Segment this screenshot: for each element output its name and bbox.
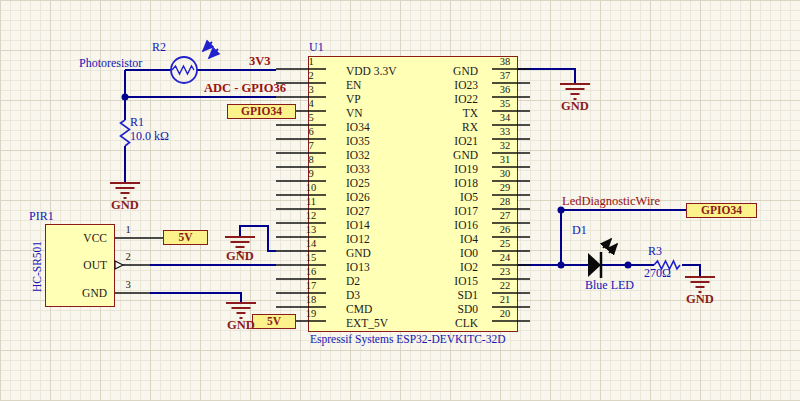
r1-designator[interactable]: R1 — [130, 116, 144, 129]
chip-pin-name: GND — [350, 149, 478, 161]
chip-pin-name: IO21 — [350, 135, 478, 147]
chip-pin-number: 15 — [296, 252, 326, 263]
chip-pin-number: 4 — [296, 98, 326, 109]
net-label-adc-gpio36[interactable]: ADC - GPIO36 — [204, 82, 286, 95]
pir-model-label: HC-SR501 — [31, 234, 44, 300]
chip-pin-number: 3 — [296, 84, 326, 95]
net-label-3v3[interactable]: 3V3 — [249, 55, 271, 68]
chip-pin-name: IO2 — [350, 261, 478, 273]
r1-value: 10.0 kΩ — [130, 130, 169, 143]
wire-pir-gnd[interactable] — [150, 293, 241, 303]
chip-pin-number: 14 — [296, 238, 326, 249]
pir-pin-name: OUT — [60, 259, 107, 271]
wire-pin14-gnd[interactable] — [240, 226, 276, 251]
chip-pin-number: 29 — [490, 182, 520, 193]
pir-pin-name: VCC — [60, 232, 107, 244]
pir-output-pin-arrow — [115, 261, 123, 269]
emission-arrow-icon — [603, 239, 611, 248]
d1-designator[interactable]: D1 — [572, 224, 587, 237]
chip-pin-number: 38 — [490, 56, 520, 67]
chip-pin-number: 37 — [490, 70, 520, 81]
chip-pin-number: 8 — [296, 154, 326, 165]
resistor-r1-symbol[interactable] — [121, 120, 130, 146]
wire-pin38-gnd[interactable] — [518, 69, 575, 84]
pir-pin-name: GND — [60, 287, 107, 299]
port-gpio34-right[interactable]: GPIO34 — [686, 203, 757, 218]
chip-pin-number: 6 — [296, 126, 326, 137]
light-arrow-icon — [203, 42, 212, 51]
net-label-leddiagnosticwire[interactable]: LedDiagnosticWire — [562, 195, 660, 208]
chip-pin-number: 35 — [490, 98, 520, 109]
chip-pin-name: IO15 — [350, 275, 478, 287]
chip-pin-number: 17 — [296, 280, 326, 291]
chip-pin-name: IO22 — [350, 93, 478, 105]
chip-pin-number: 30 — [490, 168, 520, 179]
chip-pin-name: GND — [350, 65, 478, 77]
chip-pin-number: 26 — [490, 224, 520, 235]
led-triangle — [588, 253, 601, 277]
chip-pin-number: 28 — [490, 196, 520, 207]
chip-pin-number: 1 — [296, 56, 326, 67]
chip-pin-number: 13 — [296, 224, 326, 235]
chip-pin-name: IO5 — [350, 191, 478, 203]
chip-pin-name: SD0 — [350, 303, 478, 315]
chip-pin-number: 32 — [490, 140, 520, 151]
port-5v-pir[interactable]: 5V — [163, 230, 208, 245]
photoresistor-circle — [171, 57, 197, 83]
junction-dot — [558, 262, 565, 269]
chip-pin-number: 34 — [490, 112, 520, 123]
photoresistor-r2-symbol[interactable] — [171, 42, 218, 83]
led-d1-symbol[interactable] — [588, 239, 617, 278]
pir-pin-number: 2 — [113, 251, 143, 262]
port-5v-ext[interactable]: 5V — [252, 314, 296, 329]
r2-designator[interactable]: R2 — [152, 41, 166, 54]
chip-pin-number: 9 — [296, 168, 326, 179]
gnd-label: GND — [223, 250, 257, 263]
gnd-label: GND — [558, 100, 592, 113]
chip-pin-number: 33 — [490, 126, 520, 137]
chip-pin-name: IO19 — [350, 163, 478, 175]
junction-dot — [625, 262, 632, 269]
chip-pin-name: IO18 — [350, 177, 478, 189]
chip-pin-number: 19 — [296, 308, 326, 319]
wire-leddiagnostic[interactable] — [561, 210, 686, 265]
emission-arrow-icon — [609, 244, 617, 253]
chip-pin-name: TX — [350, 107, 478, 119]
chip-pin-name: RX — [350, 121, 478, 133]
chip-pin-number: 27 — [490, 210, 520, 221]
port-gpio34-top[interactable]: GPIO34 — [227, 104, 296, 119]
gnd-label: GND — [683, 293, 717, 306]
light-arrow-icon — [209, 49, 218, 58]
gnd-label: GND — [108, 199, 142, 212]
chip-pin-number: 22 — [490, 280, 520, 291]
pir-pin-number: 3 — [113, 279, 143, 290]
chip-pin-number: 10 — [296, 182, 326, 193]
chip-pin-number: 20 — [490, 308, 520, 319]
chip-pin-name: IO4 — [350, 233, 478, 245]
chip-pin-number: 11 — [296, 196, 326, 207]
pir-pin-number: 1 — [113, 224, 143, 235]
schematic-canvas: 1VDD 3.3V2EN3VP4VN5IO346IO357IO328IO339I… — [0, 0, 800, 401]
chip-pin-number: 31 — [490, 154, 520, 165]
photoresistor-zigzag — [172, 66, 194, 74]
chip-pin-number: 16 — [296, 266, 326, 277]
chip-pin-number: 2 — [296, 70, 326, 81]
chip-pin-number: 7 — [296, 140, 326, 151]
chip-pin-name: IO0 — [350, 247, 478, 259]
chip-designator[interactable]: U1 — [309, 41, 324, 54]
chip-pin-number: 18 — [296, 294, 326, 305]
chip-pin-name: SD1 — [350, 289, 478, 301]
gnd-label: GND — [224, 319, 258, 332]
chip-pin-number: 25 — [490, 238, 520, 249]
chip-pin-number: 12 — [296, 210, 326, 221]
d1-comment: Blue LED — [585, 279, 634, 292]
pir-designator[interactable]: PIR1 — [29, 210, 54, 223]
chip-pin-name: IO16 — [350, 219, 478, 231]
chip-comment: Espressif Systems ESP32-DEVKITC-32D — [310, 333, 506, 345]
chip-pin-name: IO23 — [350, 79, 478, 91]
r3-value: 270Ω — [644, 267, 671, 280]
r2-comment: Photoresistor — [79, 57, 142, 70]
r3-designator[interactable]: R3 — [648, 245, 662, 258]
chip-pin-number: 36 — [490, 84, 520, 95]
chip-pin-number: 21 — [490, 294, 520, 305]
